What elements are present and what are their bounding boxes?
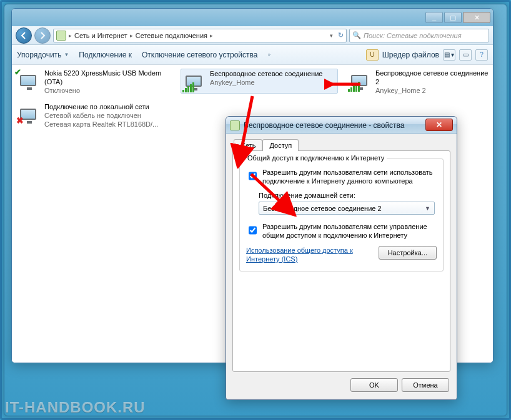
- error-badge-icon: ✖: [16, 117, 25, 125]
- wifi-icon: [347, 69, 372, 92]
- modem-icon: ✔: [16, 69, 41, 92]
- signal-bars-icon: [182, 82, 194, 92]
- chevron-right-icon: ▸: [210, 32, 213, 39]
- properties-dialog: Беспроводное сетевое соединение - свойст…: [226, 116, 457, 400]
- ok-badge-icon: ✔: [14, 67, 23, 76]
- group-legend: Общий доступ к подключению к Интернету: [245, 154, 387, 162]
- dialog-title: Беспроводное сетевое соединение - свойст…: [244, 121, 405, 130]
- cancel-button[interactable]: Отмена: [402, 378, 449, 392]
- connection-name: Подключение по локальной сети: [44, 102, 158, 111]
- dialog-titlebar[interactable]: Беспроводное сетевое соединение - свойст…: [226, 117, 457, 134]
- connection-status: Сетевой кабель не подключен: [44, 111, 158, 120]
- connection-detail: Anykey_Home: [210, 78, 322, 87]
- chevron-down-icon: ▼: [425, 205, 430, 212]
- network-folder-icon: [56, 31, 66, 41]
- adapter-icon: [230, 120, 240, 130]
- connection-item-modem[interactable]: ✔ Nokia 5220 XpressMusic USB Modem (OTA)…: [16, 69, 178, 95]
- checkbox[interactable]: [249, 168, 257, 183]
- breadcrumb-item[interactable]: Сетевые подключения: [136, 32, 207, 39]
- forward-button[interactable]: [34, 27, 51, 44]
- address-bar[interactable]: ▸ Сеть и Интернет ▸ Сетевые подключения …: [53, 29, 347, 42]
- back-button[interactable]: [16, 27, 32, 44]
- maximize-button[interactable]: ▢: [444, 12, 462, 23]
- breadcrumb-item[interactable]: Сеть и Интернет: [74, 32, 127, 39]
- lan-icon: ✖: [16, 102, 41, 126]
- signal-bars-icon: [348, 82, 360, 92]
- tab-strip: Сеть Доступ: [234, 139, 450, 151]
- file-shredder-button[interactable]: Шредер файлов: [382, 51, 439, 59]
- connection-item-wifi2[interactable]: Беспроводное сетевое соединение 2 Anykey…: [347, 69, 490, 95]
- organize-menu[interactable]: Упорядочить▼: [17, 51, 69, 59]
- connection-item-lan[interactable]: ✖ Подключение по локальной сети Сетевой …: [16, 102, 178, 129]
- home-connection-select[interactable]: Беспроводное сетевое соединение 2 ▼: [259, 202, 435, 215]
- explorer-nav: ▸ Сеть и Интернет ▸ Сетевые подключения …: [12, 26, 493, 45]
- connection-detail: Сетевая карта Realtek RTL8168D/...: [44, 120, 158, 129]
- ics-help-link[interactable]: Использование общего доступа к Интернету…: [246, 246, 371, 263]
- connection-name: Nokia 5220 XpressMusic USB Modem (OTA): [44, 69, 178, 86]
- close-button[interactable]: ✕: [463, 12, 490, 23]
- checkbox-label: Разрешить другим пользователям сети упра…: [262, 222, 437, 240]
- chevron-right-icon: ▸: [69, 32, 72, 39]
- search-input[interactable]: 🔍 Поиск: Сетевые подключения: [349, 29, 489, 42]
- settings-button[interactable]: Настройка...: [379, 246, 437, 260]
- watermark: IT-HANDBOOK.RU: [5, 399, 146, 416]
- disable-device-button[interactable]: Отключение сетевого устройства: [142, 51, 257, 59]
- wifi-icon: [181, 69, 206, 93]
- explorer-toolbar: Упорядочить▼ Подключение к Отключение се…: [12, 45, 493, 65]
- tab-sharing[interactable]: Доступ: [262, 139, 299, 151]
- preview-pane-button[interactable]: ▭: [459, 49, 472, 61]
- tab-panel-sharing: Общий доступ к подключению к Интернету Р…: [232, 150, 450, 372]
- connection-item-wifi-selected[interactable]: Беспроводное сетевое соединение Anykey_H…: [181, 69, 338, 94]
- checkbox-label: Разрешить другим пользователям сети испо…: [262, 168, 437, 185]
- search-placeholder: Поиск: Сетевые подключения: [364, 32, 462, 39]
- allow-control-checkbox[interactable]: Разрешить другим пользователям сети упра…: [246, 222, 437, 240]
- minimize-button[interactable]: _: [425, 12, 443, 23]
- ics-groupbox: Общий доступ к подключению к Интернету Р…: [239, 159, 444, 271]
- help-button[interactable]: ?: [475, 49, 488, 61]
- allow-sharing-checkbox[interactable]: Разрешить другим пользователям сети испо…: [246, 168, 437, 185]
- dialog-footer: OK Отмена: [232, 372, 450, 393]
- connection-name: Беспроводное сетевое соединение: [210, 69, 322, 78]
- search-icon: 🔍: [352, 31, 361, 39]
- shredder-icon: U: [366, 49, 379, 61]
- arrow-left-icon: [20, 32, 27, 39]
- chevron-down-icon[interactable]: ▾: [330, 32, 333, 39]
- select-value: Беспроводное сетевое соединение 2: [263, 205, 382, 212]
- home-connection-label: Подключение домашней сети:: [259, 192, 437, 199]
- explorer-titlebar[interactable]: _ ▢ ✕: [12, 9, 493, 26]
- connect-to-button[interactable]: Подключение к: [79, 51, 132, 59]
- chevron-right-icon: ▸: [130, 32, 133, 39]
- connection-detail: Anykey_Home 2: [375, 86, 490, 95]
- arrow-right-icon: [39, 32, 46, 39]
- dialog-close-button[interactable]: ✕: [425, 119, 453, 131]
- chevron-down-icon: ▼: [64, 52, 69, 57]
- checkbox[interactable]: [249, 223, 257, 238]
- connection-status: Отключено: [44, 86, 178, 95]
- refresh-icon[interactable]: ↻: [338, 31, 344, 39]
- view-options-button[interactable]: ▤▾: [443, 49, 455, 61]
- tab-network[interactable]: Сеть: [234, 139, 262, 151]
- connection-name: Беспроводное сетевое соединение 2: [375, 69, 490, 86]
- more-chevron-icon[interactable]: »: [267, 52, 270, 57]
- ok-button[interactable]: OK: [350, 378, 398, 392]
